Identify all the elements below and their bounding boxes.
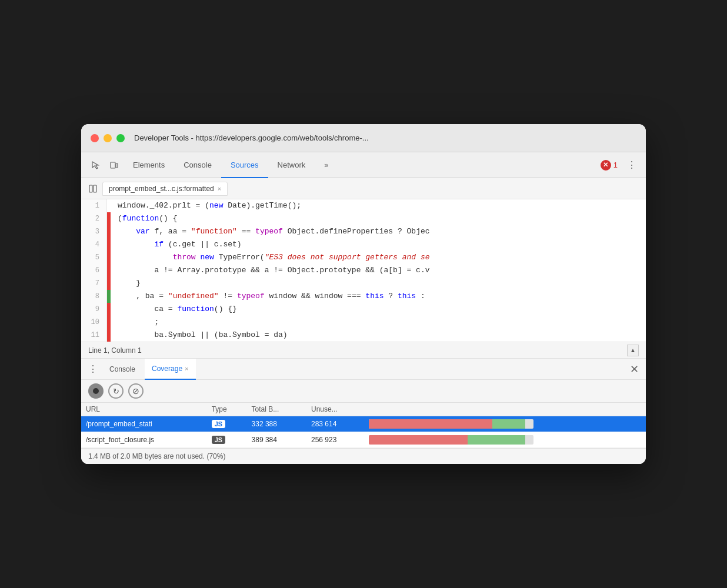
cell-url: /prompt_embed_stati <box>81 416 207 432</box>
code-line-9: 9 ca = function() {} <box>81 303 646 316</box>
code-line-1: 1 window._402.prlt = (new Date).getTime(… <box>81 199 646 212</box>
svg-rect-1 <box>116 163 118 168</box>
tab-coverage[interactable]: Coverage × <box>145 359 195 380</box>
col-total: Total B... <box>247 403 306 416</box>
used-bar <box>492 419 525 429</box>
sources-subbar: prompt_embed_st...c.js:formatted × <box>81 178 646 199</box>
tab-elements[interactable]: Elements <box>124 152 174 178</box>
col-type: Type <box>207 403 247 416</box>
table-row[interactable]: /prompt_embed_stati JS 332 388 283 614 <box>81 416 646 432</box>
cell-unused: 283 614 <box>306 416 364 432</box>
cell-type: JS <box>207 416 247 432</box>
table-row[interactable]: /script_foot_closure.js JS 389 384 256 9… <box>81 432 646 448</box>
file-tab-close[interactable]: × <box>218 185 221 192</box>
cell-bar <box>364 416 646 432</box>
tab-network[interactable]: Network <box>268 152 315 178</box>
code-line-3: 3 var f, aa = "function" == typeof Objec… <box>81 225 646 238</box>
sources-panel: prompt_embed_st...c.js:formatted × 1 win… <box>81 178 646 359</box>
error-count: ✕ <box>601 160 611 171</box>
clear-button[interactable]: ⊘ <box>128 383 144 399</box>
cell-total: 389 384 <box>247 432 306 448</box>
code-line-10: 10 ; <box>81 316 646 329</box>
coverage-summary: 1.4 MB of 2.0 MB bytes are not used. (70… <box>88 452 225 460</box>
error-badge[interactable]: ✕ 1 <box>601 160 618 171</box>
file-tab[interactable]: prompt_embed_st...c.js:formatted × <box>102 182 228 196</box>
table-header-row: URL Type Total B... Unuse... <box>81 403 646 416</box>
bottom-panel: ⋮ Console Coverage × ✕ ↻ ⊘ URL T <box>81 359 646 464</box>
code-line-7: 7 } <box>81 277 646 290</box>
cell-unused: 256 923 <box>306 432 364 448</box>
code-line-2: 2 (function() { <box>81 212 646 225</box>
device-toolbar-icon[interactable] <box>105 156 124 175</box>
devtools-menu-icon[interactable]: ⋮ <box>622 156 641 175</box>
traffic-lights <box>91 134 125 142</box>
coverage-table: URL Type Total B... Unuse... /prompt_emb… <box>81 403 646 448</box>
unused-bar <box>369 435 468 445</box>
svg-rect-2 <box>89 185 92 192</box>
cell-bar <box>364 432 646 448</box>
coverage-toolbar: ↻ ⊘ <box>81 380 646 403</box>
error-count-label: 1 <box>613 161 618 169</box>
cell-type: JS <box>207 432 247 448</box>
devtools-tab-bar: Elements Console Sources Network » ✕ 1 ⋮ <box>81 152 646 178</box>
cell-url: /script_foot_closure.js <box>81 432 207 448</box>
refresh-button[interactable]: ↻ <box>108 383 124 399</box>
code-line-5: 5 throw new TypeError("ES3 does not supp… <box>81 251 646 264</box>
usage-bar <box>369 435 533 445</box>
unused-bar <box>369 419 492 429</box>
file-tab-label: prompt_embed_st...c.js:formatted <box>109 185 214 193</box>
tab-console[interactable]: Console <box>174 152 221 178</box>
code-line-4: 4 if (c.get || c.set) <box>81 238 646 251</box>
svg-rect-3 <box>94 185 96 192</box>
used-bar <box>468 435 525 445</box>
bottom-menu-icon[interactable]: ⋮ <box>86 362 100 376</box>
title-bar: Developer Tools - https://developers.goo… <box>81 124 646 152</box>
col-bar <box>364 403 646 416</box>
close-panel-button[interactable]: ✕ <box>627 362 641 376</box>
minimize-button[interactable] <box>104 134 112 142</box>
devtools-window: Developer Tools - https://developers.goo… <box>81 124 646 464</box>
maximize-button[interactable] <box>116 134 125 142</box>
code-line-6: 6 a != Array.prototype && a != Object.pr… <box>81 264 646 277</box>
code-editor: 1 window._402.prlt = (new Date).getTime(… <box>81 199 646 342</box>
usage-bar <box>369 419 533 429</box>
bottom-tabs-bar: ⋮ Console Coverage × ✕ <box>81 359 646 380</box>
window-title: Developer Tools - https://developers.goo… <box>134 133 369 142</box>
tab-sources[interactable]: Sources <box>221 152 268 178</box>
tab-console-bottom[interactable]: Console <box>102 359 142 380</box>
code-line-11: 11 ba.Symbol || (ba.Symbol = da) <box>81 329 646 342</box>
coverage-tab-close[interactable]: × <box>185 365 188 372</box>
col-url: URL <box>81 403 207 416</box>
cell-total: 332 388 <box>247 416 306 432</box>
inspect-icon[interactable] <box>86 156 105 175</box>
code-line-8: 8 , ba = "undefined" != typeof window &&… <box>81 290 646 303</box>
status-bar: Line 1, Column 1 ▲ <box>81 342 646 359</box>
close-button[interactable] <box>91 134 99 142</box>
cursor-position: Line 1, Column 1 <box>88 346 142 355</box>
tab-more[interactable]: » <box>315 152 338 178</box>
show-navigator-icon[interactable] <box>86 182 100 196</box>
record-button[interactable] <box>88 383 104 399</box>
svg-rect-0 <box>111 162 115 168</box>
col-unused: Unuse... <box>306 403 364 416</box>
coverage-footer: 1.4 MB of 2.0 MB bytes are not used. (70… <box>81 448 646 464</box>
scroll-up-button[interactable]: ▲ <box>627 345 639 356</box>
